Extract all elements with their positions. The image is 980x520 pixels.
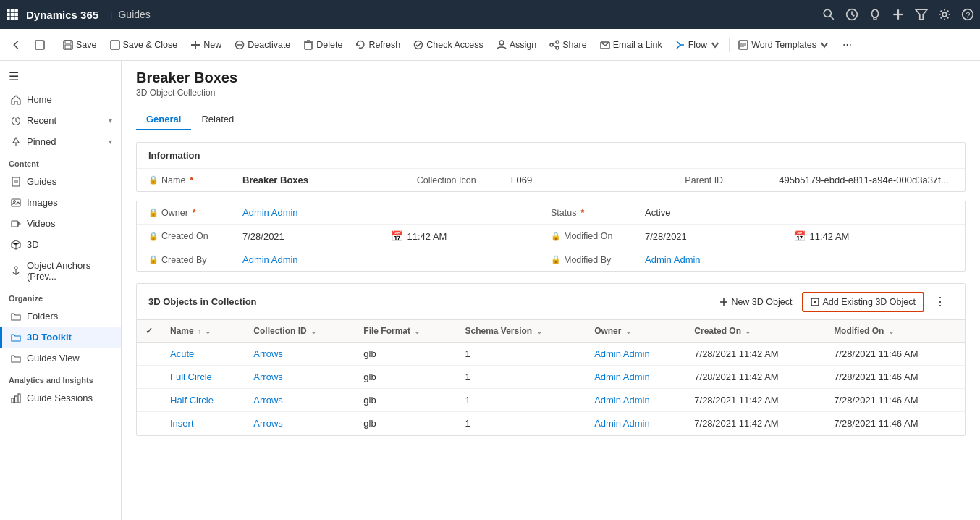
col-header-check: ✓: [137, 320, 161, 343]
field-collection-icon: Collection Icon F069: [417, 175, 685, 185]
col-header-file-format[interactable]: File Format ⌄: [355, 320, 456, 343]
col-header-created-on[interactable]: Created On ⌄: [685, 320, 825, 343]
flow-button[interactable]: Flow: [669, 37, 726, 53]
sidebar-item-folders[interactable]: Folders: [0, 306, 121, 327]
filter-icon[interactable]: [915, 8, 928, 21]
cell-owner[interactable]: Admin Admin: [586, 389, 685, 412]
check-access-button[interactable]: Check Access: [407, 37, 489, 53]
cell-name[interactable]: Insert: [161, 412, 245, 435]
svg-rect-8: [14, 17, 18, 20]
sidebar-item-guide-sessions[interactable]: Guide Sessions: [0, 387, 121, 408]
sidebar-label-object-anchors: Object Anchors (Prev...: [27, 260, 112, 282]
col-header-owner[interactable]: Owner ⌄: [586, 320, 685, 343]
calendar-icon-2[interactable]: 📅: [793, 230, 806, 242]
clock-icon[interactable]: [845, 8, 858, 21]
hamburger-button[interactable]: ☰: [0, 64, 121, 89]
cell-created-on: 7/28/2021 11:42 AM: [685, 389, 825, 412]
tab-related[interactable]: Related: [191, 109, 244, 130]
home-icon: [11, 95, 21, 105]
svg-marker-53: [18, 222, 20, 225]
sidebar-item-videos[interactable]: Videos: [0, 213, 121, 234]
col-header-modified-on[interactable]: Modified On ⌄: [825, 320, 965, 343]
svg-rect-52: [12, 221, 18, 227]
more-button[interactable]: ⋯: [837, 36, 858, 53]
cell-owner[interactable]: Admin Admin: [586, 412, 685, 435]
svg-rect-29: [305, 43, 312, 49]
field-value-created-by[interactable]: Admin Admin: [242, 254, 551, 265]
save-button[interactable]: Save: [57, 37, 103, 53]
sidebar-item-guides-view[interactable]: Guides View: [0, 348, 121, 369]
field-value-owner[interactable]: Admin Admin: [242, 207, 551, 218]
page-button[interactable]: [29, 37, 51, 53]
sidebar-item-home[interactable]: Home: [0, 89, 121, 110]
save-close-button[interactable]: Save & Close: [104, 37, 184, 53]
col-header-name[interactable]: Name ↑ ⌄: [161, 320, 245, 343]
image-icon: [11, 198, 21, 208]
col-header-collection-id[interactable]: Collection ID ⌄: [245, 320, 355, 343]
field-label-collection-icon: Collection Icon: [417, 175, 511, 185]
grid-icon[interactable]: [6, 8, 19, 21]
sidebar-item-pinned[interactable]: Pinned ▾: [0, 131, 121, 152]
folder-icon: [11, 353, 21, 364]
svg-rect-13: [874, 18, 877, 20]
row-created-modified: 🔒 Created On 7/28/2021 📅 11:42 AM 🔒 Modi…: [137, 224, 965, 248]
calendar-icon[interactable]: 📅: [391, 230, 403, 242]
sidebar-item-recent[interactable]: Recent ▾: [0, 110, 121, 131]
cell-collection-id[interactable]: Arrows: [245, 343, 355, 366]
sidebar-item-guides[interactable]: Guides: [0, 171, 121, 192]
cell-owner[interactable]: Admin Admin: [586, 343, 685, 366]
field-value-modified-on-date: 7/28/2021: [645, 231, 789, 242]
col-header-schema-version[interactable]: Schema Version ⌄: [456, 320, 586, 343]
sidebar-label-videos: Videos: [27, 218, 56, 229]
new-button[interactable]: New: [185, 37, 227, 53]
sidebar-item-images[interactable]: Images: [0, 192, 121, 213]
cell-modified-on: 7/28/2021 11:46 AM: [825, 366, 965, 389]
add-existing-3d-object-button[interactable]: Add Existing 3D Object: [802, 292, 924, 312]
back-button[interactable]: [6, 37, 28, 53]
sort-asc-icon: ↑: [198, 327, 201, 335]
sidebar-item-3d[interactable]: 3D: [0, 234, 121, 255]
table-row: Insert Arrows glb 1 Admin Admin 7/28/202…: [137, 412, 965, 435]
cell-owner[interactable]: Admin Admin: [586, 366, 685, 389]
lightbulb-icon[interactable]: [869, 8, 882, 21]
assign-button[interactable]: Assign: [491, 37, 543, 53]
lock-icon: 🔒: [148, 208, 159, 217]
lock-icon: 🔒: [551, 232, 561, 241]
cell-collection-id[interactable]: Arrows: [245, 412, 355, 435]
help-icon[interactable]: ?: [961, 8, 974, 21]
cell-check: [137, 389, 161, 412]
settings-icon[interactable]: [938, 8, 951, 21]
cell-collection-id[interactable]: Arrows: [245, 389, 355, 412]
required-marker: *: [193, 208, 196, 218]
new-3d-object-button[interactable]: New 3D Object: [712, 293, 799, 311]
email-link-button[interactable]: Email a Link: [594, 37, 668, 53]
content-area: Breaker Boxes 3D Object Collection Gener…: [122, 61, 980, 520]
cell-name[interactable]: Half Circle: [161, 389, 245, 412]
objects-more-button[interactable]: ⋮: [927, 291, 953, 312]
svg-marker-46: [13, 138, 19, 143]
svg-rect-3: [7, 13, 10, 17]
delete-button[interactable]: Delete: [297, 37, 348, 53]
svg-rect-20: [35, 41, 44, 49]
add-icon[interactable]: [892, 8, 905, 21]
sidebar-item-object-anchors[interactable]: Object Anchors (Prev...: [0, 255, 121, 287]
deactivate-button[interactable]: Deactivate: [229, 37, 296, 53]
objects-section-header: 3D Objects in Collection New 3D Object A…: [137, 284, 965, 319]
word-templates-button[interactable]: Word Templates: [732, 37, 835, 53]
cell-name[interactable]: Acute: [161, 343, 245, 366]
svg-rect-60: [18, 394, 20, 403]
share-button[interactable]: Share: [544, 37, 592, 53]
tab-general[interactable]: General: [136, 109, 191, 130]
field-value-modified-by[interactable]: Admin Admin: [645, 254, 953, 265]
form-header: Breaker Boxes 3D Object Collection: [122, 61, 980, 98]
svg-rect-1: [11, 9, 14, 12]
refresh-button[interactable]: Refresh: [350, 37, 406, 53]
sidebar-item-3d-toolkit[interactable]: 3D Toolkit: [0, 327, 121, 348]
chevron-down-icon: ⌄: [311, 327, 316, 335]
book-icon: [11, 177, 21, 187]
search-icon[interactable]: [822, 8, 835, 21]
cell-name[interactable]: Full Circle: [161, 366, 245, 389]
field-created-on: 🔒 Created On 7/28/2021 📅 11:42 AM: [148, 230, 551, 242]
cell-collection-id[interactable]: Arrows: [245, 366, 355, 389]
svg-line-38: [553, 46, 556, 47]
